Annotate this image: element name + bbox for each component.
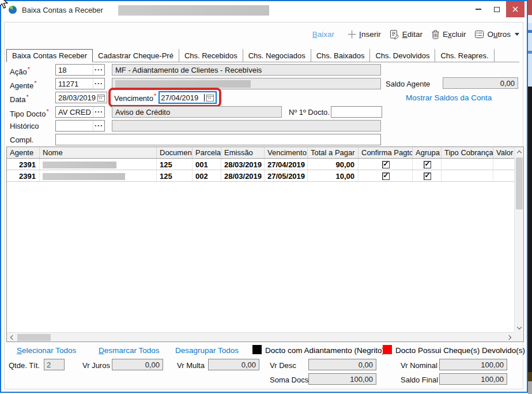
tab-label: Chs. Recebidos	[184, 51, 237, 60]
col-header-agrupa[interactable]: Agrupa	[413, 147, 442, 158]
col-header-confirma-pagto[interactable]: Confirma Pagto	[359, 147, 413, 158]
data-field	[55, 92, 107, 103]
cell-agrupa	[413, 170, 442, 181]
qtde-tit-value: 2	[44, 359, 65, 370]
baixar-button[interactable]: Baixar	[312, 30, 334, 39]
compl-input[interactable]	[56, 136, 380, 144]
selecionar-todos-link[interactable]: Selecionar Todos	[17, 346, 76, 355]
chevron-right-icon	[506, 335, 511, 340]
vencimento-input[interactable]	[160, 93, 204, 102]
acao-lookup-button[interactable]: ···	[93, 65, 104, 75]
col-header-parcela[interactable]: Parcela	[193, 147, 221, 158]
tab-label: Cadastrar Cheque-Pré	[98, 51, 173, 60]
tab-label: Chs. Devolvidos	[375, 51, 429, 60]
tab-chs-negociados[interactable]: Chs. Negociados	[243, 49, 311, 62]
cell-valor	[493, 159, 514, 170]
vr-nominal-label: Vr Nominal	[401, 361, 437, 370]
vencimento-field	[159, 91, 217, 104]
maximize-button[interactable]	[488, 1, 506, 17]
compl-label: Compl.	[10, 136, 33, 144]
outros-button[interactable]: Outros	[474, 29, 519, 39]
tab-chs-recebidos[interactable]: Chs. Recebidos	[179, 49, 243, 62]
tab-strip: Baixa Contas Receber Cadastrar Cheque-Pr…	[6, 49, 519, 62]
titlebar: Baixa Contas a Receber	[1, 1, 527, 18]
cell-emissao: 28/03/2019	[221, 159, 265, 170]
tab-chs-baixados[interactable]: Chs. Baixados	[311, 49, 371, 62]
scroll-left-button[interactable]	[7, 333, 16, 342]
cell-total-a-pagar: 10,00	[308, 170, 359, 181]
calendar-icon	[206, 94, 214, 102]
tipo-docto-lookup-button[interactable]: ···	[93, 107, 104, 117]
edit-document-icon	[390, 29, 399, 39]
grid-row-1[interactable]: 2391 125 001 28/03/2019 27/04/2019 90,00	[7, 159, 523, 170]
tipo-docto-description: Aviso de Crédito	[112, 106, 282, 118]
confirma-pagto-checkbox[interactable]	[382, 172, 390, 180]
tipo-docto-input[interactable]	[56, 108, 93, 117]
acao-input[interactable]	[56, 66, 93, 74]
tab-cadastrar-cheque-pre[interactable]: Cadastrar Cheque-Pré	[93, 49, 179, 62]
minimize-icon	[476, 9, 481, 10]
tab-baixa-contas-receber[interactable]: Baixa Contas Receber	[6, 49, 93, 62]
soma-docs-label: Soma Docs.	[270, 376, 311, 384]
minimize-button[interactable]	[469, 1, 488, 17]
col-header-nome[interactable]: Nome	[40, 147, 157, 158]
documents-grid: Agente Nome Documento Parcela Emissão Ve…	[6, 147, 524, 342]
vencimento-label: Vencimento	[114, 92, 156, 103]
agente-lookup-button[interactable]: ···	[93, 78, 104, 89]
confirma-pagto-checkbox[interactable]	[382, 161, 390, 168]
scroll-right-button[interactable]	[505, 333, 514, 342]
editar-button[interactable]: Editar	[390, 29, 422, 39]
col-header-agente[interactable]: Agente	[7, 147, 40, 158]
col-header-valor[interactable]: Valor d	[493, 147, 514, 158]
cell-agrupa	[413, 159, 442, 170]
acao-label: Ação	[10, 66, 30, 76]
col-header-tipo-cobranca[interactable]: Tipo Cobrança	[442, 147, 493, 158]
redacted-title-text	[118, 5, 269, 16]
redacted-agente-name	[115, 80, 251, 88]
vertical-scroll-thumb[interactable]	[516, 157, 523, 209]
col-header-emissao[interactable]: Emissão	[221, 147, 265, 158]
scroll-up-button[interactable]	[515, 147, 524, 156]
tab-chs-reapres[interactable]: Chs. Reapres.	[435, 49, 494, 62]
historico-input[interactable]	[56, 122, 93, 130]
outros-label: Outros	[487, 30, 511, 39]
background-red-fragment	[528, 0, 532, 15]
tab-chs-devolvidos[interactable]: Chs. Devolvidos	[370, 49, 435, 62]
tab-strip-filler	[495, 49, 519, 62]
agrupa-checkbox[interactable]	[424, 161, 431, 168]
mostrar-saldos-link[interactable]: Mostrar Saldos da Conta	[406, 93, 492, 102]
trash-icon	[431, 29, 440, 39]
vr-desc-label: Vr Desc	[270, 361, 296, 370]
excluir-button[interactable]: Excluir	[431, 29, 466, 39]
vertical-scrollbar[interactable]	[514, 147, 523, 332]
calendar-icon	[97, 94, 105, 102]
list-icon	[474, 29, 484, 39]
background-gray-fragment	[528, 381, 532, 394]
cell-confirma-pagto	[359, 170, 413, 181]
desmarcar-todos-link[interactable]: Desmarcar Todos	[99, 346, 160, 355]
data-calendar-button[interactable]	[96, 92, 107, 103]
grid-row-2[interactable]: 2391 125 002 28/03/2019 27/05/2019 10,00	[7, 170, 523, 182]
col-header-total-a-pagar[interactable]: Total a Pagar	[308, 147, 359, 158]
horizontal-scroll-thumb[interactable]	[17, 334, 51, 341]
vencimento-calendar-button[interactable]	[205, 92, 216, 103]
col-header-vencimento[interactable]: Vencimento	[265, 147, 308, 158]
cell-agente: 2391	[7, 159, 40, 170]
agente-input[interactable]	[56, 80, 93, 88]
vr-multa-label: Vr Multa	[177, 361, 205, 370]
inserir-button[interactable]: Inserir	[348, 30, 381, 39]
saldo-agente-label: Saldo Agente	[386, 80, 430, 88]
inserir-label: Inserir	[359, 30, 381, 39]
desagrupar-todos-link[interactable]: Desagrupar Todos	[175, 346, 239, 355]
vencimento-highlight-box: Vencimento	[108, 88, 221, 107]
data-input[interactable]	[56, 93, 96, 102]
col-header-documento[interactable]: Documento	[157, 147, 193, 158]
num-docto-field	[331, 106, 382, 118]
num-docto-input[interactable]	[331, 108, 382, 117]
agrupa-checkbox[interactable]	[424, 172, 431, 180]
historico-lookup-button[interactable]: ···	[93, 121, 104, 131]
horizontal-scrollbar[interactable]	[7, 332, 514, 342]
scroll-down-button[interactable]	[515, 323, 524, 332]
close-button[interactable]	[506, 1, 525, 17]
background-olive-fragment	[528, 372, 532, 381]
